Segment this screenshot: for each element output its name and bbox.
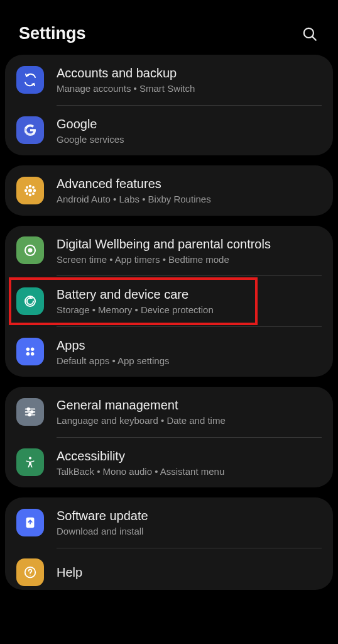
svg-point-27	[30, 574, 30, 575]
item-digital-wellbeing[interactable]: Digital Wellbeing and parental controls …	[5, 226, 333, 276]
svg-point-15	[31, 348, 34, 352]
svg-point-6	[33, 189, 36, 192]
svg-point-14	[26, 348, 30, 352]
settings-list[interactable]: Accounts and backup Manage accounts • Sm…	[0, 55, 338, 644]
item-title: Software update	[57, 508, 322, 524]
settings-group: General management Language and keyboard…	[5, 387, 333, 487]
gear-flower-icon	[16, 177, 44, 204]
item-title: Battery and device care	[57, 286, 322, 303]
item-subtitle: Google services	[57, 133, 322, 146]
sync-icon	[16, 66, 44, 94]
item-title: Apps	[57, 337, 322, 353]
item-subtitle: Storage • Memory • Device protection	[57, 304, 322, 316]
svg-line-1	[312, 36, 316, 40]
item-subtitle: Manage accounts • Smart Switch	[57, 82, 322, 95]
svg-point-19	[27, 408, 30, 410]
wellbeing-icon	[16, 236, 44, 264]
page-title: Settings	[19, 24, 86, 43]
item-battery-device-care[interactable]: Battery and device care Storage • Memory…	[5, 276, 333, 326]
settings-group: Digital Wellbeing and parental controls …	[5, 226, 333, 377]
item-accounts-backup[interactable]: Accounts and backup Manage accounts • Sm…	[5, 55, 333, 105]
update-icon	[16, 509, 44, 536]
svg-point-8	[32, 186, 35, 189]
item-title: Help	[57, 564, 322, 580]
item-apps[interactable]: Apps Default apps • App settings	[5, 327, 333, 377]
item-accessibility[interactable]: Accessibility TalkBack • Mono audio • As…	[5, 438, 333, 488]
item-title: Advanced features	[57, 175, 322, 192]
item-subtitle: Language and keyboard • Date and time	[57, 414, 322, 427]
svg-point-5	[25, 189, 27, 192]
help-icon	[16, 558, 44, 586]
item-subtitle: Download and install	[57, 525, 322, 538]
device-care-icon	[16, 287, 44, 315]
svg-point-17	[31, 352, 34, 356]
item-subtitle: Screen time • App timers • Bedtime mode	[57, 253, 322, 266]
search-icon	[302, 26, 318, 42]
google-icon	[16, 116, 44, 144]
settings-group: Advanced features Android Auto • Labs • …	[5, 165, 333, 216]
item-advanced-features[interactable]: Advanced features Android Auto • Labs • …	[5, 165, 333, 216]
sliders-icon	[16, 398, 44, 426]
svg-point-12	[28, 248, 33, 253]
svg-point-9	[26, 192, 28, 195]
svg-point-2	[28, 189, 32, 192]
svg-point-7	[26, 186, 28, 189]
item-general-management[interactable]: General management Language and keyboard…	[5, 387, 333, 437]
svg-point-16	[26, 352, 30, 356]
settings-group: Software update Download and install Hel…	[5, 497, 333, 590]
svg-point-24	[29, 457, 31, 460]
header: Settings	[0, 0, 338, 55]
settings-group: Accounts and backup Manage accounts • Sm…	[5, 55, 333, 155]
svg-point-10	[32, 192, 35, 195]
accessibility-icon	[16, 448, 44, 476]
search-button[interactable]	[300, 25, 319, 43]
item-title: Google	[57, 116, 322, 132]
item-subtitle: Default apps • App settings	[57, 355, 322, 367]
item-software-update[interactable]: Software update Download and install	[5, 497, 333, 548]
svg-point-3	[29, 185, 31, 187]
item-title: General management	[57, 397, 322, 413]
item-title: Digital Wellbeing and parental controls	[57, 236, 322, 252]
item-google[interactable]: Google Google services	[5, 106, 333, 156]
apps-icon	[16, 338, 44, 365]
item-subtitle: TalkBack • Mono audio • Assistant menu	[57, 465, 322, 478]
item-title: Accounts and backup	[57, 65, 322, 81]
svg-point-23	[28, 414, 31, 416]
item-help[interactable]: Help	[5, 548, 333, 590]
item-subtitle: Android Auto • Labs • Bixby Routines	[57, 193, 322, 206]
item-title: Accessibility	[57, 448, 322, 464]
svg-point-4	[29, 194, 31, 196]
svg-point-21	[31, 411, 33, 413]
